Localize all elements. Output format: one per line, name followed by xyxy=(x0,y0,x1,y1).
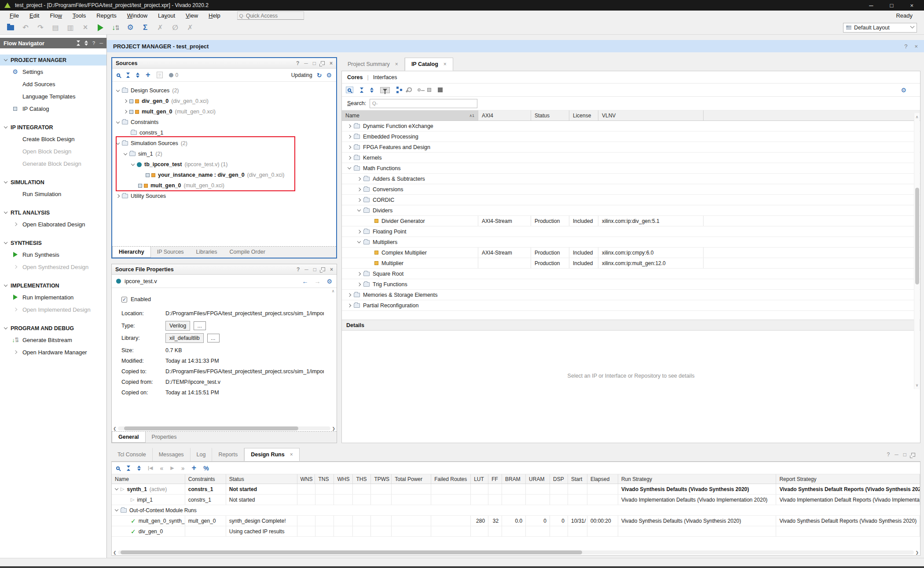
minimize-icon[interactable]: ─ xyxy=(895,451,898,458)
ip-catalog-row[interactable]: CORDIC xyxy=(342,195,920,205)
undo-button[interactable]: ↶ xyxy=(21,23,30,32)
flow-section-project-manager[interactable]: PROJECT MANAGER xyxy=(0,55,106,66)
chevron-right-icon[interactable] xyxy=(348,293,351,296)
ip-catalog-row[interactable]: Trig Functions xyxy=(342,279,920,290)
gear-icon[interactable]: ⚙ xyxy=(901,87,906,94)
close-tab-icon[interactable]: × xyxy=(444,61,447,67)
layout-selector[interactable]: Default Layout xyxy=(843,23,917,33)
flow-item-open-elaborated-design[interactable]: Open Elaborated Design xyxy=(0,218,106,230)
source-tree-item[interactable]: Design Sources(2) xyxy=(112,85,336,96)
column-header-name[interactable]: Name∧1 xyxy=(342,110,478,120)
source-tree-item[interactable]: sim_1(2) xyxy=(112,149,336,159)
chevron-right-icon[interactable] xyxy=(13,308,17,311)
flow-item-add-sources[interactable]: Add Sources xyxy=(0,78,106,90)
redo-button[interactable]: ↷ xyxy=(36,23,45,32)
flow-section-ip-integrator[interactable]: IP INTEGRATOR xyxy=(0,122,106,133)
column-header-bram[interactable]: BRAM xyxy=(502,474,526,484)
float-icon[interactable] xyxy=(321,61,325,65)
close-tab-icon[interactable]: × xyxy=(395,61,398,67)
chevron-right-icon[interactable] xyxy=(116,194,120,198)
tab-ip-catalog[interactable]: IP Catalog× xyxy=(405,58,453,71)
properties-horizontal-scrollbar[interactable]: ❮ ❯ xyxy=(112,426,337,431)
minimize-icon[interactable]: ─ xyxy=(99,40,103,46)
ellipsis-button[interactable]: … xyxy=(194,321,206,330)
design-run-row[interactable]: Out-of-Context Module Runs xyxy=(112,505,920,516)
properties-vertical-scrollbar[interactable]: ∧ xyxy=(330,289,336,421)
design-run-row[interactable]: ▷synth_1(active)constrs_1Not startedViva… xyxy=(112,484,920,495)
search-icon[interactable] xyxy=(346,87,353,93)
design-run-row[interactable]: ✓div_gen_0Using cached IP results xyxy=(112,526,920,537)
chevron-right-icon[interactable] xyxy=(348,156,351,159)
clear-runs-button[interactable]: ∅ xyxy=(171,23,180,32)
ip-catalog-row[interactable]: Dividers xyxy=(342,205,920,216)
column-header-ff[interactable]: FF xyxy=(488,474,502,484)
column-header-wns[interactable]: WNS xyxy=(297,474,315,484)
group-by-hierarchy-icon[interactable] xyxy=(396,87,399,89)
ip-catalog-row[interactable]: Memories & Storage Elements xyxy=(342,290,920,300)
gear-icon[interactable]: ⚙ xyxy=(326,72,332,79)
ip-catalog-vertical-scrollbar[interactable]: ∧ ∨ xyxy=(914,113,920,389)
ip-search-box[interactable]: Q- xyxy=(370,99,477,108)
column-header-axi4[interactable]: AXI4 xyxy=(478,110,531,120)
flow-item-generate-bitstream[interactable]: ↓0110Generate Bitstream xyxy=(0,334,106,346)
ip-catalog-row[interactable]: Floating Point xyxy=(342,226,920,237)
chevron-down-icon[interactable] xyxy=(115,487,118,490)
flow-item-open-hardware-manager[interactable]: Open Hardware Manager xyxy=(0,346,106,358)
column-header-tpws[interactable]: TPWS xyxy=(371,474,392,484)
add-sources-icon[interactable]: + xyxy=(146,70,150,80)
expand-all-icon[interactable] xyxy=(370,87,374,93)
close-icon[interactable]: × xyxy=(914,43,918,50)
chevron-down-icon[interactable] xyxy=(4,240,7,244)
column-header-run-strategy[interactable]: Run Strategy xyxy=(618,474,777,484)
filter-icon[interactable] xyxy=(380,87,390,93)
back-arrow-icon[interactable]: ← xyxy=(302,278,308,285)
ip-catalog-row[interactable]: FPGA Features and Design xyxy=(342,142,920,153)
property-combo-value[interactable]: xil_defaultlib xyxy=(165,333,204,343)
expand-all-icon[interactable] xyxy=(84,40,88,46)
chevron-down-icon[interactable] xyxy=(348,166,351,169)
column-header-status[interactable]: Status xyxy=(531,110,569,120)
menu-flow[interactable]: Flow xyxy=(44,11,67,20)
collapse-all-icon[interactable] xyxy=(77,40,80,46)
report-summary-button[interactable]: Σ xyxy=(141,23,150,32)
ip-catalog-row[interactable]: Partial Reconfiguration xyxy=(342,300,920,311)
chevron-right-icon[interactable] xyxy=(13,222,17,226)
delete-button[interactable]: × xyxy=(81,23,90,32)
forward-arrow-icon[interactable]: → xyxy=(314,278,320,285)
help-icon[interactable]: ? xyxy=(296,60,299,66)
menu-view[interactable]: View xyxy=(180,11,203,20)
menu-layout[interactable]: Layout xyxy=(153,11,180,20)
flow-item-ip-catalog[interactable]: IP Catalog xyxy=(0,102,106,115)
maximize-icon[interactable]: □ xyxy=(903,451,906,458)
expand-all-icon[interactable] xyxy=(136,73,139,78)
quick-access-search[interactable]: Q· xyxy=(237,11,304,20)
chevron-down-icon[interactable] xyxy=(131,162,135,165)
chevron-right-icon[interactable] xyxy=(357,177,361,180)
flow-item-run-synthesis[interactable]: Run Synthesis xyxy=(0,248,106,261)
column-header-constraints[interactable]: Constraints xyxy=(185,474,226,484)
column-header-ths[interactable]: THS xyxy=(353,474,371,484)
chevron-right-icon[interactable] xyxy=(348,145,351,149)
source-tree-item[interactable]: your_instance_name : div_gen_0(div_gen_0… xyxy=(112,170,336,180)
chevron-right-icon[interactable] xyxy=(124,110,127,113)
source-tree-item[interactable]: constrs_1 xyxy=(112,127,336,138)
column-header-uram[interactable]: URAM xyxy=(526,474,550,484)
column-header-license[interactable]: License xyxy=(569,110,598,120)
chevron-down-icon[interactable] xyxy=(4,210,7,214)
search-icon[interactable] xyxy=(116,466,120,470)
create-runs-icon[interactable]: + xyxy=(192,463,197,473)
tab-messages[interactable]: Messages xyxy=(153,448,191,461)
column-header-start[interactable]: Start xyxy=(568,474,587,484)
chevron-down-icon[interactable] xyxy=(116,88,120,91)
help-icon[interactable]: ? xyxy=(904,43,907,50)
ip-catalog-row[interactable]: Square Root xyxy=(342,269,920,279)
menu-help[interactable]: Help xyxy=(203,11,226,20)
tab-libraries[interactable]: Libraries xyxy=(190,247,224,258)
column-header-total-power[interactable]: Total Power xyxy=(392,474,431,484)
chevron-down-icon[interactable] xyxy=(4,283,7,287)
chevron-down-icon[interactable] xyxy=(4,125,7,128)
flow-section-program-and-debug[interactable]: PROGRAM AND DEBUG xyxy=(0,323,106,334)
percentage-icon[interactable]: % xyxy=(203,465,209,472)
tab-general[interactable]: General xyxy=(112,432,146,443)
design-run-row[interactable]: ▷impl_1constrs_1Not startedVivado Implem… xyxy=(112,495,920,505)
